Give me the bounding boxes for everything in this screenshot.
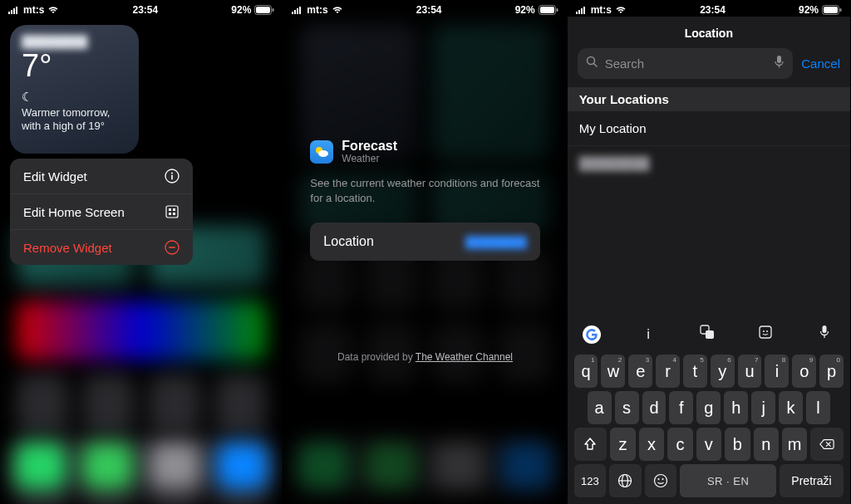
battery-percentage: 92% <box>515 4 535 16</box>
menu-edit-widget[interactable]: Edit Widget <box>10 159 193 194</box>
key-w[interactable]: w2 <box>601 355 625 388</box>
key-g[interactable]: g <box>696 391 721 424</box>
svg-point-8 <box>171 173 173 174</box>
svg-rect-10 <box>166 206 178 218</box>
wifi-icon <box>47 6 59 14</box>
key-o[interactable]: o9 <box>792 355 816 388</box>
key-numbers[interactable]: 123 <box>574 464 607 497</box>
key-search[interactable]: Pretraži <box>780 464 844 497</box>
cellular-signal-icon <box>292 6 303 14</box>
clock: 23:54 <box>132 4 158 16</box>
location-item-blurred[interactable]: ████████ <box>568 146 850 181</box>
screen-location-search: mt:s 23:54 92% Location Search <box>568 0 851 504</box>
key-v[interactable]: v <box>696 428 721 461</box>
panel-description: See the current weather conditions and f… <box>310 176 539 206</box>
key-i[interactable]: i8 <box>765 355 789 388</box>
keyboard-row-2: a s d f g h j k l <box>571 389 847 426</box>
status-bar: mt:s 23:54 92% <box>568 0 850 17</box>
key-b[interactable]: b <box>725 428 750 461</box>
weather-app-icon <box>310 140 333 164</box>
carrier-label: mt:s <box>591 4 612 16</box>
location-value-blurred: ████████ <box>465 236 527 248</box>
key-j[interactable]: j <box>751 391 775 424</box>
status-bar: mt:s 23:54 92% <box>0 0 283 17</box>
search-icon <box>586 56 598 71</box>
location-row[interactable]: Location ████████ <box>310 223 539 261</box>
svg-rect-11 <box>169 208 171 211</box>
svg-point-25 <box>318 150 328 157</box>
key-f[interactable]: f <box>669 391 693 424</box>
svg-rect-31 <box>824 7 838 13</box>
search-input[interactable]: Search <box>578 48 794 79</box>
key-shift[interactable] <box>574 428 608 461</box>
apps-grid-icon <box>165 204 180 219</box>
key-h[interactable]: h <box>724 391 748 424</box>
svg-rect-42 <box>822 325 826 333</box>
key-d[interactable]: d <box>642 391 667 424</box>
suggestion-text[interactable]: i <box>637 326 659 343</box>
svg-line-34 <box>593 64 597 67</box>
svg-rect-20 <box>299 7 301 14</box>
key-globe[interactable] <box>609 464 642 497</box>
svg-rect-1 <box>11 10 12 14</box>
keyboard-suggestion-bar: i <box>571 319 847 353</box>
battery-percentage: 92% <box>231 4 251 16</box>
menu-remove-widget[interactable]: Remove Widget <box>10 230 193 265</box>
svg-rect-2 <box>13 8 15 14</box>
svg-rect-29 <box>583 7 585 14</box>
backspace-icon <box>819 437 834 452</box>
key-y[interactable]: y6 <box>711 355 735 388</box>
moon-icon: ☾ <box>22 90 127 105</box>
key-space[interactable]: SR · EN <box>680 464 776 497</box>
data-attribution: Data provided by The Weather Channel <box>283 351 566 363</box>
svg-point-41 <box>766 330 768 332</box>
key-emoji[interactable] <box>645 464 677 497</box>
page-title: Location <box>568 17 850 48</box>
weather-channel-link[interactable]: The Weather Channel <box>416 351 513 363</box>
svg-rect-35 <box>777 56 781 63</box>
google-icon[interactable] <box>583 325 601 344</box>
svg-rect-27 <box>578 10 580 14</box>
translate-icon[interactable] <box>696 324 718 345</box>
key-k[interactable]: k <box>779 391 803 424</box>
key-z[interactable]: z <box>610 428 635 461</box>
clock: 23:54 <box>700 4 726 16</box>
key-t[interactable]: t5 <box>683 355 707 388</box>
mic-icon[interactable] <box>814 325 835 344</box>
key-c[interactable]: c <box>667 428 692 461</box>
menu-edit-home-screen[interactable]: Edit Home Screen <box>10 194 193 230</box>
keyboard-row-4: 123 SR · EN Pretraži <box>571 462 847 499</box>
search-placeholder: Search <box>605 56 768 71</box>
key-l[interactable]: l <box>806 391 830 424</box>
key-backspace[interactable] <box>810 428 844 461</box>
key-m[interactable]: m <box>782 428 807 461</box>
battery-icon <box>822 5 842 15</box>
key-p[interactable]: p0 <box>819 355 844 388</box>
key-e[interactable]: e3 <box>628 355 652 388</box>
key-s[interactable]: s <box>615 391 639 424</box>
svg-rect-3 <box>16 7 17 14</box>
globe-icon <box>617 473 632 488</box>
wifi-icon <box>332 6 343 14</box>
keyboard-row-1: q1 w2 e3 r4 t5 y6 u7 i8 o9 p0 <box>571 353 847 389</box>
key-a[interactable]: a <box>588 391 612 424</box>
remove-minus-icon <box>165 240 180 255</box>
svg-rect-19 <box>297 8 298 14</box>
key-x[interactable]: x <box>639 428 664 461</box>
menu-edit-home-label: Edit Home Screen <box>23 205 125 219</box>
sticker-icon[interactable] <box>755 324 776 345</box>
svg-rect-23 <box>556 8 558 12</box>
cancel-button[interactable]: Cancel <box>801 56 840 71</box>
svg-rect-39 <box>760 326 771 338</box>
location-item-my-location[interactable]: My Location <box>568 111 850 146</box>
screen-edit-widget: mt:s 23:54 92% Forecast Weather See the … <box>283 0 567 504</box>
cellular-signal-icon <box>576 6 588 14</box>
key-u[interactable]: u7 <box>738 355 762 388</box>
weather-widget[interactable]: ████████ 7° ☾ Warmer tomorrow, with a hi… <box>10 25 139 154</box>
key-n[interactable]: n <box>754 428 779 461</box>
panel-title: Forecast <box>342 139 397 153</box>
mic-icon[interactable] <box>774 55 785 72</box>
key-q[interactable]: q1 <box>574 355 598 388</box>
key-r[interactable]: r4 <box>656 355 680 388</box>
svg-rect-16 <box>169 247 175 248</box>
